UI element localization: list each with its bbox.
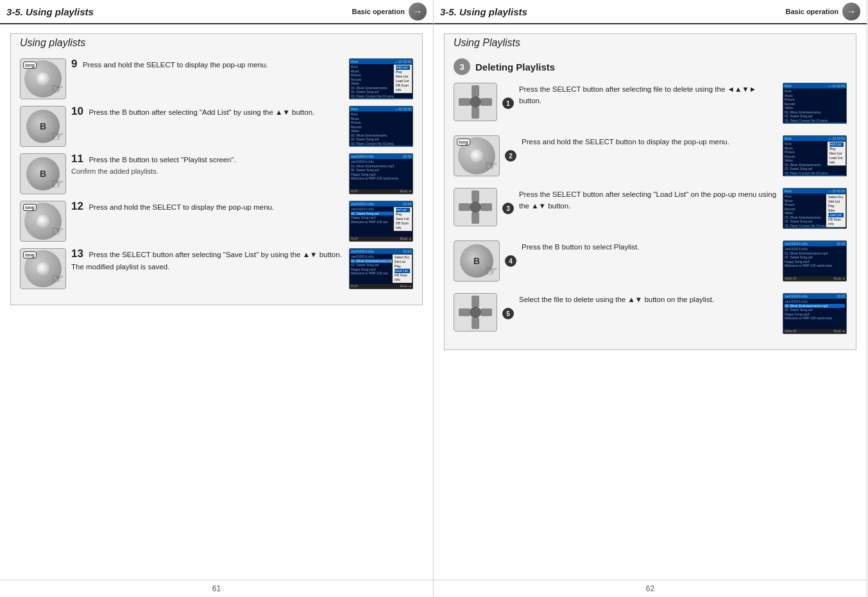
right-step-4-row: B ☞ 4 Press the B button to select Playl… [454, 240, 847, 282]
step-10-desc: Press the B button after selecting "Add … [89, 108, 314, 116]
right-section-box: Using Playlists 3 Deleting Playlists [444, 33, 856, 350]
right-page-content: Using Playlists 3 Deleting Playlists [434, 24, 867, 580]
right-step-4-num: 4 [505, 255, 516, 267]
right-step-1-desc: Press the SELECT button after selecting … [519, 85, 756, 105]
right-page-number: 62 [646, 584, 654, 593]
right-step-2-screen: Root♪♪ 22 02:03 Root Music Picture Recor… [783, 135, 847, 176]
right-basic-op-label: Basic operation [785, 8, 838, 15]
left-page-header: 3-5. Using playlists Basic operation → [0, 0, 433, 24]
left-section-box: Using playlists long ☞ 9 Press and hold … [10, 33, 423, 305]
step-13-text: 13 Press the SELECT button after selecti… [71, 248, 344, 272]
step-9-desc: Press and hold the SELECT to display the… [83, 61, 268, 69]
screen-13-menu: Select ALL Del List Play Save List DB Sc… [392, 254, 413, 283]
right-step-4-desc: Press the B button to select Playlist. [522, 243, 639, 251]
step-9-device: long ☞ [20, 58, 66, 99]
subsection-title: Deleting Playlists [475, 62, 555, 72]
hand-icon-r4: ☞ [485, 263, 498, 280]
step-10-device: B ☞ [20, 106, 66, 147]
right-step-2-desc: Press and hold the SELECT button to disp… [522, 138, 729, 146]
left-arrow-circle: → [409, 3, 427, 21]
step-10-text: 10 Press the B button after selecting "A… [71, 106, 344, 118]
right-step-3-row: 3 Press the SELECT button after selectin… [454, 188, 847, 229]
subsection-header: 3 Deleting Playlists [454, 58, 847, 75]
right-step-1-device [454, 83, 497, 121]
screen-12-menu: Del List Play Save List DB Scan Info [393, 206, 413, 231]
step-9-screen: Root♪♪ 22 02:03 Root Music Picture Recor… [349, 58, 413, 99]
step-13-desc: Press the SELECT button after selecting … [71, 251, 342, 271]
left-header-right: Basic operation → [352, 3, 427, 21]
left-page-title: 3-5. Using playlists [6, 6, 94, 17]
step-12-number: 12 [71, 201, 83, 213]
long-badge-r2: long [457, 139, 470, 146]
left-page-footer: 61 [0, 580, 433, 597]
right-step-2-text: Press and hold the SELECT button to disp… [522, 135, 778, 147]
right-step-2-device: long ☞ [454, 135, 500, 176]
step-11-screen: Jan010014.m3u02:03 Jan010014.m3u 01. iRi… [349, 153, 413, 194]
right-step-3-device [454, 188, 497, 226]
hand-icon-11: ☞ [51, 176, 64, 192]
step-12-text: 12 Press and hold the SELECT to display … [71, 201, 344, 213]
step-11-desc: Press the B button to select "Playlist s… [89, 156, 235, 164]
step-11-sub: Confirm the added playlists. [71, 167, 344, 175]
step-11-row: B ☞ 11 Press the B button to select "Pla… [20, 153, 413, 194]
screen-13-top: Jan010014.m3u02:03 [350, 249, 413, 254]
right-step-5-num: 5 [502, 308, 514, 319]
step-13-device: long ☞ [20, 248, 66, 289]
step-11-device: B ☞ [20, 153, 66, 194]
screen-10-list: Root Music Picture Record Video 03. iRiv… [350, 112, 413, 147]
long-badge-9: long [23, 62, 37, 69]
right-step-2-num: 2 [505, 150, 516, 162]
step-13-number: 13 [71, 248, 83, 260]
right-steps-container: 1 Press the SELECT button after selectin… [454, 83, 847, 341]
right-section-title: Using Playlists [451, 37, 523, 49]
right-step-4-device: B ☞ [454, 240, 500, 282]
right-step-3-desc: Press the SELECT button after selecting … [519, 190, 776, 210]
right-step-1-text: Press the SELECT button after selecting … [519, 83, 778, 106]
step-12-desc: Press and hold the SELECT to display the… [89, 203, 274, 211]
step-9-number: 9 [71, 58, 77, 71]
step-10-number: 10 [71, 106, 83, 118]
step-13-row: long ☞ 13 Press the SELECT button after … [20, 248, 413, 289]
long-badge-13: long [23, 251, 37, 258]
left-page-content: Using playlists long ☞ 9 Press and hold … [0, 24, 433, 580]
right-step-4-text: Press the B button to select Playlist. [522, 240, 778, 252]
subsection-badge: 3 [454, 58, 470, 75]
step-11-number: 11 [71, 153, 83, 165]
step-12-device: long ☞ [20, 201, 66, 242]
step-9-row: long ☞ 9 Press and hold the SELECT to di… [20, 58, 413, 99]
right-step-1-screen: Root♪♪ 22 02:03 Root Music Picture Recor… [783, 83, 847, 124]
right-step-5-desc: Select the file to delete using the ▲▼ b… [519, 296, 714, 303]
screen-9-menu: Add List Play New List Load List DB Scan… [393, 64, 413, 94]
left-section-title: Using playlists [17, 37, 88, 49]
step-13-screen: Jan010014.m3u02:03 Jan010014.m3u 01. iRi… [349, 248, 413, 289]
right-arrow-circle: → [842, 3, 860, 21]
right-page-header: 3-5. Using playlists Basic operation → [434, 0, 867, 24]
nav-cross-5 [459, 296, 492, 329]
right-step-3-text: Press the SELECT button after selecting … [519, 188, 778, 211]
screen-11-list: Jan010014.m3u 01. iRiver Entertainments.… [350, 159, 413, 189]
screen-10-top: Root♪♪ 22 02:03 [350, 106, 413, 112]
right-step-1-num: 1 [502, 97, 514, 109]
right-step-5-text: Select the file to delete using the ▲▼ b… [519, 293, 778, 305]
nav-cross-1 [459, 85, 492, 119]
nav-cross-3 [459, 190, 492, 224]
screen-9-top: Root♪♪ 22 02:03 [350, 59, 413, 64]
left-page: 3-5. Using playlists Basic operation → U… [0, 0, 434, 597]
step-10-row: B ☞ 10 Press the B button after selectin… [20, 106, 413, 147]
hand-icon-9: ☞ [51, 81, 64, 97]
left-basic-op-label: Basic operation [352, 8, 405, 15]
step-12-screen: Jan010014.m3u02:03 Jan010014.m3u 02. Swe… [349, 201, 413, 242]
screen-12-top: Jan010014.m3u02:03 [350, 201, 413, 206]
right-step-3-screen: Root♪♪ 22 02:03 Root Music Picture Recor… [783, 188, 847, 229]
right-page: 3-5. Using playlists Basic operation → U… [434, 0, 867, 597]
right-step-5-row: 5 Select the file to delete using the ▲▼… [454, 293, 847, 334]
right-step-3-num: 3 [502, 203, 514, 214]
right-page-footer: 62 [434, 580, 867, 597]
right-page-title: 3-5. Using playlists [440, 6, 527, 17]
right-step-1-row: 1 Press the SELECT button after selectin… [454, 83, 847, 124]
right-step-5-screen: Jan010014.m3u02:03 Jan010014.m3u 03. iRi… [783, 293, 847, 334]
screen-11-top: Jan010014.m3u02:03 [350, 154, 413, 159]
right-header-right: Basic operation → [785, 3, 860, 21]
step-12-row: long ☞ 12 Press and hold the SELECT to d… [20, 201, 413, 242]
hand-icon-10: ☞ [51, 128, 64, 145]
